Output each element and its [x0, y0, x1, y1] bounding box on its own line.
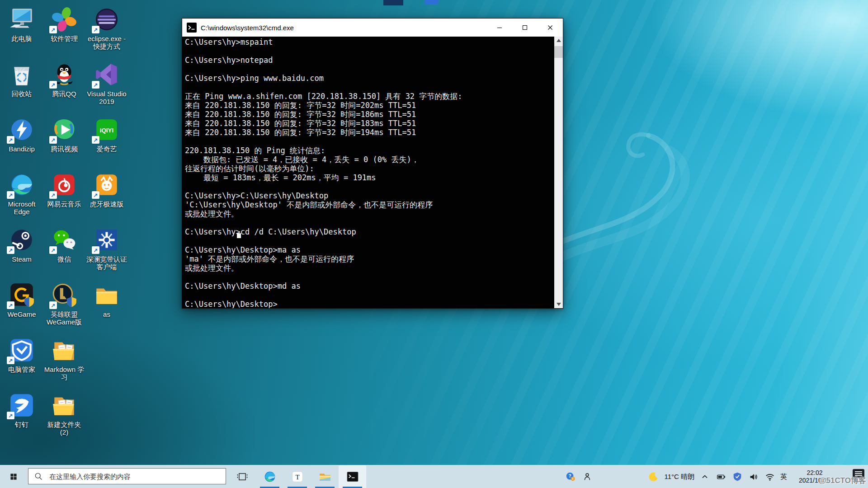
desktop-icon-srun[interactable]: ↗深澜宽带认证客户端: [86, 225, 127, 280]
background-window-sliver: [425, 0, 439, 4]
cmd-console[interactable]: C:\Users\hy>mspaint C:\Users\hy>notepad …: [182, 37, 563, 308]
desktop-column: 此电脑回收站↗Bandizip↗Microsoft Edge↗Steam↗WeG…: [1, 5, 42, 446]
wegame-icon: ↗: [8, 281, 36, 309]
desktop-icon-tencent-video[interactable]: ↗腾讯视频: [44, 115, 85, 170]
desktop-icon-label: 回收站: [12, 90, 32, 98]
desktop-icon-label: as: [103, 310, 110, 318]
desktop-icon-label: eclipse.exe - 快捷方式: [86, 35, 127, 50]
shortcut-arrow-badge: ↗: [92, 246, 99, 254]
desktop-icon-label: Bandizip: [9, 145, 35, 153]
desktop-icon-label: 深澜宽带认证客户端: [86, 255, 127, 271]
desktop-icon-edge[interactable]: ↗Microsoft Edge: [1, 170, 42, 225]
desktop-icon-netease-music[interactable]: ↗网易云音乐: [44, 170, 85, 225]
lol-icon: ↗: [50, 281, 78, 309]
explorer-icon: [318, 470, 332, 483]
edge-app-icon: [263, 470, 277, 483]
start-button[interactable]: [0, 465, 27, 488]
cmd-titlebar[interactable]: C:\windows\system32\cmd.exe: [182, 19, 563, 37]
typora-icon: T: [291, 470, 304, 483]
desktop-icon-iqiyi[interactable]: iQIYI↗爱奇艺: [86, 115, 127, 170]
security-shield-icon[interactable]: [731, 471, 743, 483]
minimize-button[interactable]: [487, 19, 512, 37]
desktop-icon-folder[interactable]: as: [86, 280, 127, 335]
taskbar-search[interactable]: [28, 468, 226, 484]
console-cursor: [237, 233, 241, 238]
desktop-icon-folder-docs[interactable]: Markdown 学习: [44, 335, 85, 390]
taskbar-app-buttons: T: [228, 465, 366, 488]
desktop-icon-label: 网易云音乐: [47, 200, 81, 208]
shortcut-arrow-badge: ↗: [7, 357, 14, 364]
desktop-icon-vs2019[interactable]: ↗Visual Studio 2019: [86, 60, 127, 115]
console-scrollbar[interactable]: [554, 37, 563, 308]
desktop-icon-label: 英雄联盟WeGame版: [44, 310, 85, 326]
desktop-icon-label: Microsoft Edge: [1, 200, 42, 216]
desktop-icon-label: 爱奇艺: [97, 145, 117, 153]
edge-icon: ↗: [8, 171, 36, 199]
desktop-icon-label: Steam: [12, 255, 31, 263]
svg-text:?: ?: [569, 474, 571, 479]
close-button[interactable]: [538, 19, 563, 37]
windows-logo-icon: [9, 472, 19, 482]
desktop-icon-qq[interactable]: ↗腾讯QQ: [44, 60, 85, 115]
taskbar-button-explorer[interactable]: [311, 465, 339, 488]
desktop-icon-recycle-bin[interactable]: 回收站: [1, 60, 42, 115]
desktop-icon-huya[interactable]: ↗虎牙极速版: [86, 170, 127, 225]
maximize-button[interactable]: [512, 19, 538, 37]
search-input[interactable]: [48, 472, 226, 481]
help-tray-icon[interactable]: ?: [565, 471, 576, 483]
taskbar-button-task-view[interactable]: [228, 465, 256, 488]
chevron-up-icon[interactable]: [699, 471, 711, 483]
desktop-screen: 此电脑回收站↗Bandizip↗Microsoft Edge↗Steam↗WeG…: [0, 0, 868, 488]
network-icon[interactable]: [764, 471, 776, 483]
desktop-icon-bandizip[interactable]: ↗Bandizip: [1, 115, 42, 170]
cmd-window: C:\windows\system32\cmd.exe C:\Users\hy>…: [182, 18, 563, 309]
search-icon: [34, 472, 43, 481]
desktop-icon-this-pc[interactable]: 此电脑: [1, 5, 42, 60]
desktop-icon-label: 腾讯QQ: [52, 90, 76, 98]
desktop-icon-folder-docs2[interactable]: 新建文件夹 (2): [44, 390, 85, 446]
task-view-icon: [236, 470, 249, 483]
desktop-icon-software-manager[interactable]: ↗软件管理: [44, 5, 85, 60]
speaker-icon[interactable]: [748, 471, 760, 483]
scroll-down-arrow[interactable]: [554, 300, 563, 308]
taskbar-button-typora[interactable]: T: [283, 465, 311, 488]
desktop-icon-wechat[interactable]: ↗微信: [44, 225, 85, 280]
desktop-icon-label: WeGame: [7, 310, 36, 318]
desktop-icon-steam[interactable]: ↗Steam: [1, 225, 42, 280]
folder-icon: [93, 281, 121, 309]
shortcut-arrow-badge: ↗: [7, 301, 14, 309]
taskbar-button-edge-app[interactable]: [256, 465, 283, 488]
this-pc-icon: [8, 5, 36, 33]
desktop-icon-pc-manager[interactable]: ↗电脑管家: [1, 335, 42, 390]
netease-music-icon: ↗: [50, 171, 78, 199]
desktop-icon-label: 电脑管家: [8, 366, 35, 373]
terminal-output[interactable]: C:\Users\hy>mspaint C:\Users\hy>notepad …: [185, 38, 553, 308]
qq-icon: ↗: [50, 61, 78, 89]
desktop-icon-label: Visual Studio 2019: [86, 90, 127, 105]
shortcut-arrow-badge: ↗: [49, 81, 57, 89]
weather-moon-icon[interactable]: [648, 471, 660, 483]
weather-status[interactable]: 11°C 晴朗: [664, 473, 694, 481]
desktop-icon-label: 新建文件夹 (2): [44, 421, 85, 436]
desktop-icon-eclipse[interactable]: ↗eclipse.exe - 快捷方式: [86, 5, 127, 60]
desktop-icon-wegame[interactable]: ↗WeGame: [1, 280, 42, 335]
people-icon[interactable]: [581, 471, 593, 483]
folder-docs-icon: [50, 336, 78, 364]
ime-indicator[interactable]: 英: [780, 473, 787, 481]
desktop-icon-dingtalk[interactable]: ↗钉钉: [1, 390, 42, 446]
battery-icon[interactable]: [715, 471, 727, 483]
scroll-up-arrow[interactable]: [554, 37, 563, 44]
shortcut-arrow-badge: ↗: [49, 246, 57, 254]
software-manager-icon: ↗: [50, 5, 78, 33]
shortcut-arrow-badge: ↗: [7, 136, 14, 144]
desktop-icon-lol[interactable]: ↗英雄联盟WeGame版: [44, 280, 85, 335]
shortcut-arrow-badge: ↗: [7, 191, 14, 199]
shortcut-arrow-badge: ↗: [92, 26, 99, 33]
dingtalk-icon: ↗: [8, 391, 36, 419]
desktop-icon-label: 微信: [57, 255, 71, 263]
taskbar-button-cmd[interactable]: [339, 465, 366, 488]
scrollbar-thumb[interactable]: [554, 46, 563, 58]
folder-docs2-icon: [50, 391, 78, 419]
srun-icon: ↗: [93, 226, 121, 254]
desktop-icon-label: Markdown 学习: [44, 366, 85, 381]
